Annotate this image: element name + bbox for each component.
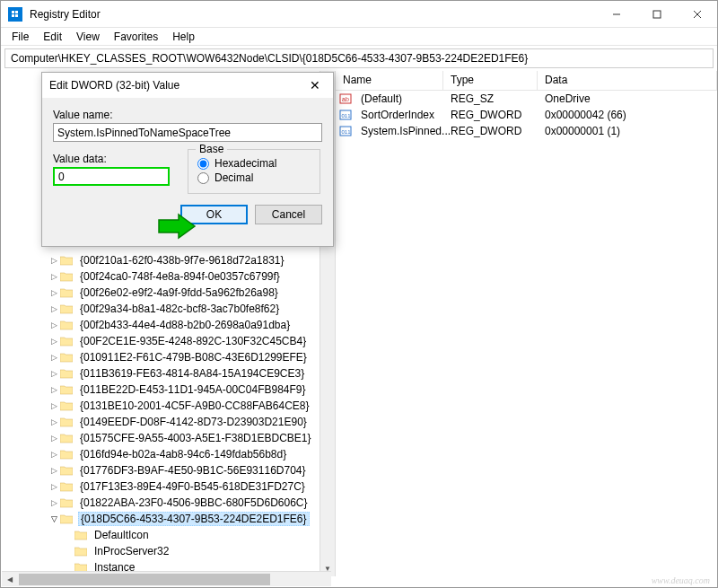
- folder-icon: [60, 480, 74, 493]
- tree-item[interactable]: ▷{0131BE10-2001-4C5F-A9B0-CC88FAB64CE8}: [4, 398, 331, 414]
- chevron-right-icon[interactable]: ▷: [48, 385, 60, 394]
- tree-label: {01822ABA-23F0-4506-9BBC-680F5D6D606C}: [78, 496, 310, 509]
- tree-item[interactable]: ▷{011BE22D-E453-11D1-945A-00C04FB984F9}: [4, 382, 331, 398]
- list-row[interactable]: 011SortOrderIndexREG_DWORD0x00000042 (66…: [336, 107, 717, 123]
- chevron-right-icon[interactable]: ▷: [48, 434, 60, 443]
- value-name: SortOrderIndex: [354, 109, 443, 121]
- tree-item[interactable]: ▷{01776DF3-B9AF-4E50-9B1C-56E93116D704}: [4, 462, 331, 478]
- tree-item[interactable]: ▷{017F13E3-89E4-49F0-B545-618DE31FD27C}: [4, 478, 331, 495]
- folder-icon: [60, 496, 74, 509]
- tree-item[interactable]: ▽{018D5C66-4533-4307-9B53-224DE2ED1FE6}: [4, 511, 331, 527]
- tree-item[interactable]: ▷{00f26e02-e9f2-4a9f-9fdd-5a962fb26a98}: [4, 285, 331, 301]
- list-header: Name Type Data: [336, 71, 717, 91]
- folder-icon: [60, 464, 74, 477]
- radio-decimal[interactable]: Decimal: [197, 171, 311, 184]
- chevron-right-icon[interactable]: ▷: [48, 337, 60, 346]
- svg-rect-3: [12, 14, 14, 17]
- tree-item[interactable]: ▷{00f210a1-62f0-438b-9f7e-9618d72a1831}: [4, 252, 331, 268]
- tree-label: {010911E2-F61C-479B-B08C-43E6D1299EFE}: [78, 351, 309, 364]
- tree-label: {00f2b433-44e4-4d88-b2b0-2698a0a91dba}: [78, 319, 292, 331]
- tree-item[interactable]: ▷{01822ABA-23F0-4506-9BBC-680F5D6D606C}: [4, 495, 331, 511]
- tree-label: {011B3619-FE63-4814-8A84-15A194CE9CE3}: [78, 367, 306, 380]
- tree-label: {0149EEDF-D08F-4142-8D73-D23903D21E90}: [78, 416, 309, 428]
- tree-label: {0131BE10-2001-4C5F-A9B0-CC88FAB64CE8}: [78, 399, 311, 412]
- string-value-icon: ab: [339, 92, 354, 105]
- tree-item[interactable]: ▷{016fd94e-b02a-4ab8-94c6-149fdab56b8d}: [4, 446, 331, 462]
- list-row[interactable]: ab(Default)REG_SZOneDrive: [336, 91, 717, 107]
- close-button[interactable]: [677, 1, 717, 28]
- folder-icon: [60, 383, 74, 396]
- chevron-down-icon[interactable]: ▽: [48, 514, 60, 523]
- tree-horizontal-scrollbar[interactable]: ◀: [2, 571, 331, 586]
- column-data[interactable]: Data: [538, 71, 717, 90]
- chevron-right-icon[interactable]: ▷: [48, 288, 60, 297]
- tree-item[interactable]: DefaultIcon: [4, 527, 331, 543]
- column-name[interactable]: Name: [336, 71, 443, 90]
- chevron-right-icon[interactable]: ▷: [48, 272, 60, 281]
- dialog-close-button[interactable]: ✕: [304, 78, 326, 92]
- column-type[interactable]: Type: [443, 71, 538, 90]
- chevron-right-icon[interactable]: ▷: [48, 498, 60, 507]
- chevron-right-icon[interactable]: ▷: [48, 304, 60, 313]
- chevron-right-icon[interactable]: ▷: [48, 466, 60, 475]
- tree-item[interactable]: ▷{01575CFE-9A55-4003-A5E1-F38D1EBDCBE1}: [4, 430, 331, 446]
- list-row[interactable]: 011System.IsPinned...REG_DWORD0x00000001…: [336, 123, 717, 139]
- menu-file[interactable]: File: [4, 29, 36, 45]
- tree-label: {00f210a1-62f0-438b-9f7e-9618d72a1831}: [78, 254, 286, 267]
- folder-icon: [60, 303, 74, 315]
- tree-item[interactable]: ▷{00f2b433-44e4-4d88-b2b0-2698a0a91dba}: [4, 317, 331, 333]
- folder-icon: [60, 416, 74, 428]
- svg-text:011: 011: [342, 113, 352, 118]
- svg-text:ab: ab: [342, 96, 349, 102]
- tree-item[interactable]: InProcServer32: [4, 543, 331, 559]
- minimize-button[interactable]: [596, 1, 636, 28]
- value-data-input[interactable]: [53, 167, 170, 186]
- folder-icon: [60, 319, 74, 331]
- list-pane[interactable]: Name Type Data ab(Default)REG_SZOneDrive…: [336, 71, 717, 576]
- window-titlebar: Registry Editor: [1, 1, 717, 28]
- chevron-right-icon[interactable]: ▷: [48, 450, 60, 459]
- tree-label: {01575CFE-9A55-4003-A5E1-F38D1EBDCBE1}: [78, 432, 312, 444]
- tree-label: DefaultIcon: [92, 529, 151, 541]
- tree-item[interactable]: ▷{00f24ca0-748f-4e8a-894f-0e0357c6799f}: [4, 268, 331, 285]
- value-data-label: Value data:: [53, 153, 188, 165]
- radio-hex-input[interactable]: [197, 158, 209, 170]
- chevron-right-icon[interactable]: ▷: [48, 320, 60, 329]
- chevron-right-icon[interactable]: ▷: [48, 482, 60, 491]
- menu-view[interactable]: View: [69, 29, 107, 45]
- binary-value-icon: 011: [339, 125, 354, 137]
- folder-icon: [60, 399, 74, 412]
- menu-edit[interactable]: Edit: [36, 29, 69, 45]
- radio-hexadecimal[interactable]: Hexadecimal: [197, 157, 311, 170]
- chevron-right-icon[interactable]: ▷: [48, 417, 60, 426]
- tree-item[interactable]: ▷{00f29a34-b8a1-482c-bcf8-3ac7b0fe8f62}: [4, 301, 331, 317]
- folder-icon: [74, 545, 89, 557]
- menu-favorites[interactable]: Favorites: [107, 29, 165, 45]
- radio-dec-input[interactable]: [197, 172, 209, 184]
- tree-item[interactable]: ▷{011B3619-FE63-4814-8A84-15A194CE9CE3}: [4, 365, 331, 382]
- cancel-button[interactable]: Cancel: [255, 205, 322, 224]
- chevron-right-icon[interactable]: ▷: [48, 353, 60, 362]
- tree-item[interactable]: ▷{0149EEDF-D08F-4142-8D73-D23903D21E90}: [4, 414, 331, 430]
- chevron-right-icon[interactable]: ▷: [48, 256, 60, 265]
- chevron-right-icon[interactable]: ▷: [48, 401, 60, 410]
- tree-label: {018D5C66-4533-4307-9B53-224DE2ED1FE6}: [78, 512, 310, 526]
- chevron-right-icon[interactable]: ▷: [48, 369, 60, 378]
- value-name-label: Value name:: [53, 109, 322, 121]
- tree-label: InProcServer32: [92, 545, 171, 557]
- maximize-button[interactable]: [636, 1, 677, 28]
- tree-label: {017F13E3-89E4-49F0-B545-618DE31FD27C}: [78, 480, 307, 493]
- dialog-titlebar[interactable]: Edit DWORD (32-bit) Value ✕: [42, 73, 333, 98]
- value-name-input[interactable]: [53, 123, 322, 142]
- tree-item[interactable]: ▷{010911E2-F61C-479B-B08C-43E6D1299EFE}: [4, 349, 331, 365]
- scrollbar-thumb[interactable]: [19, 574, 270, 585]
- tree-item[interactable]: ▷{00F2CE1E-935E-4248-892C-130F32C45CB4}: [4, 333, 331, 349]
- tree-label: {00f26e02-e9f2-4a9f-9fdd-5a962fb26a98}: [78, 286, 280, 299]
- value-data: OneDrive: [538, 92, 717, 105]
- address-bar[interactable]: Computer\HKEY_CLASSES_ROOT\WOW6432Node\C…: [4, 48, 714, 68]
- menu-help[interactable]: Help: [165, 29, 202, 45]
- value-name: System.IsPinned...: [354, 125, 443, 137]
- folder-icon: [60, 432, 74, 444]
- svg-rect-2: [15, 11, 18, 13]
- value-name: (Default): [354, 92, 443, 105]
